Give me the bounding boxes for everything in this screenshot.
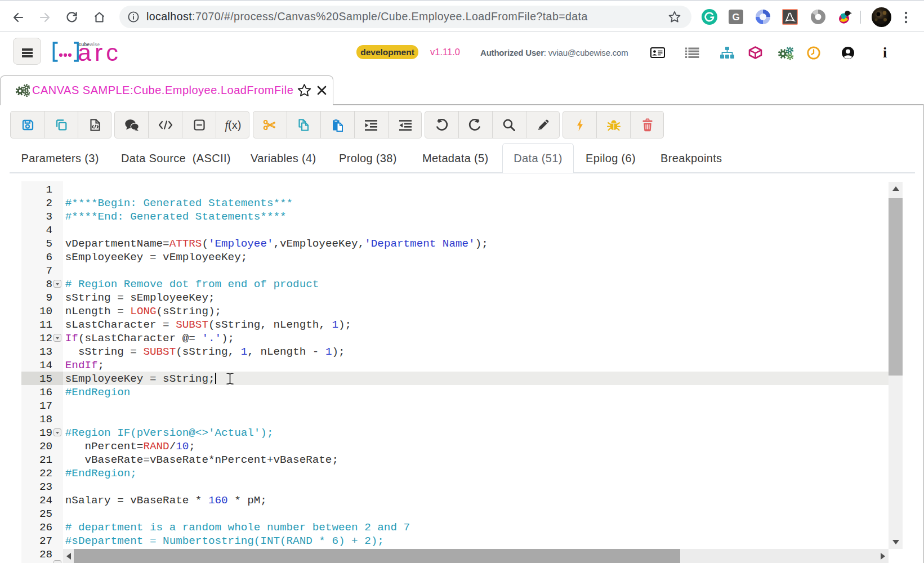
svg-text:G: G bbox=[732, 12, 739, 23]
